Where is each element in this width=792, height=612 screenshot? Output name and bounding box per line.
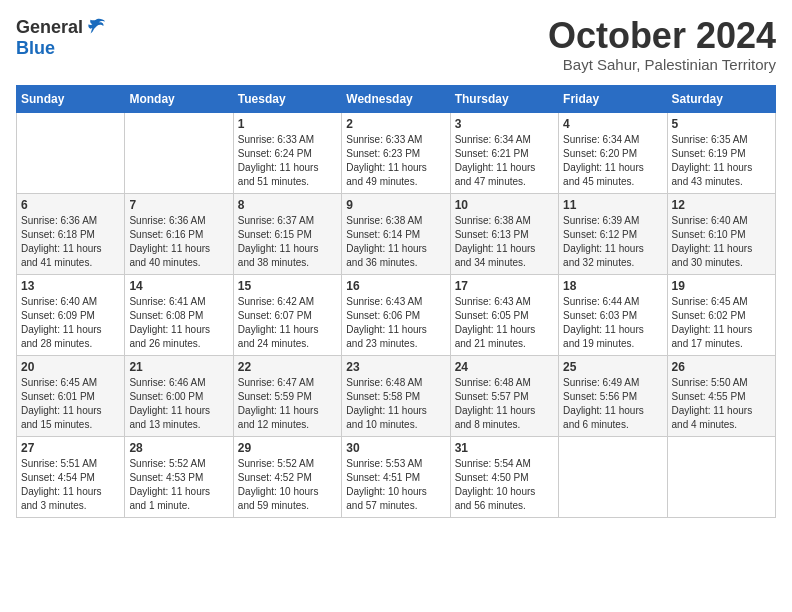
calendar-week-row: 20Sunrise: 6:45 AM Sunset: 6:01 PM Dayli… — [17, 355, 776, 436]
day-number: 18 — [563, 279, 662, 293]
calendar-week-row: 6Sunrise: 6:36 AM Sunset: 6:18 PM Daylig… — [17, 193, 776, 274]
calendar-cell: 6Sunrise: 6:36 AM Sunset: 6:18 PM Daylig… — [17, 193, 125, 274]
calendar-cell: 20Sunrise: 6:45 AM Sunset: 6:01 PM Dayli… — [17, 355, 125, 436]
calendar-cell: 26Sunrise: 5:50 AM Sunset: 4:55 PM Dayli… — [667, 355, 775, 436]
day-info: Sunrise: 5:50 AM Sunset: 4:55 PM Dayligh… — [672, 376, 771, 432]
day-info: Sunrise: 5:54 AM Sunset: 4:50 PM Dayligh… — [455, 457, 554, 513]
weekday-header-friday: Friday — [559, 85, 667, 112]
day-number: 29 — [238, 441, 337, 455]
month-title: October 2024 — [548, 16, 776, 56]
day-info: Sunrise: 6:38 AM Sunset: 6:14 PM Dayligh… — [346, 214, 445, 270]
calendar-cell — [667, 436, 775, 517]
day-number: 11 — [563, 198, 662, 212]
day-number: 22 — [238, 360, 337, 374]
calendar-cell: 4Sunrise: 6:34 AM Sunset: 6:20 PM Daylig… — [559, 112, 667, 193]
calendar-cell: 16Sunrise: 6:43 AM Sunset: 6:06 PM Dayli… — [342, 274, 450, 355]
day-info: Sunrise: 6:48 AM Sunset: 5:57 PM Dayligh… — [455, 376, 554, 432]
day-info: Sunrise: 6:42 AM Sunset: 6:07 PM Dayligh… — [238, 295, 337, 351]
location-subtitle: Bayt Sahur, Palestinian Territory — [548, 56, 776, 73]
calendar-cell: 27Sunrise: 5:51 AM Sunset: 4:54 PM Dayli… — [17, 436, 125, 517]
weekday-header-thursday: Thursday — [450, 85, 558, 112]
calendar-cell: 13Sunrise: 6:40 AM Sunset: 6:09 PM Dayli… — [17, 274, 125, 355]
day-info: Sunrise: 6:34 AM Sunset: 6:21 PM Dayligh… — [455, 133, 554, 189]
calendar-cell: 8Sunrise: 6:37 AM Sunset: 6:15 PM Daylig… — [233, 193, 341, 274]
day-info: Sunrise: 6:47 AM Sunset: 5:59 PM Dayligh… — [238, 376, 337, 432]
logo-blue-text: Blue — [16, 38, 55, 59]
calendar-week-row: 27Sunrise: 5:51 AM Sunset: 4:54 PM Dayli… — [17, 436, 776, 517]
calendar-cell: 30Sunrise: 5:53 AM Sunset: 4:51 PM Dayli… — [342, 436, 450, 517]
calendar-cell — [125, 112, 233, 193]
day-info: Sunrise: 6:36 AM Sunset: 6:16 PM Dayligh… — [129, 214, 228, 270]
day-number: 16 — [346, 279, 445, 293]
day-info: Sunrise: 6:33 AM Sunset: 6:23 PM Dayligh… — [346, 133, 445, 189]
title-section: October 2024 Bayt Sahur, Palestinian Ter… — [548, 16, 776, 73]
day-info: Sunrise: 6:43 AM Sunset: 6:05 PM Dayligh… — [455, 295, 554, 351]
day-info: Sunrise: 6:39 AM Sunset: 6:12 PM Dayligh… — [563, 214, 662, 270]
day-info: Sunrise: 5:52 AM Sunset: 4:52 PM Dayligh… — [238, 457, 337, 513]
calendar-cell: 7Sunrise: 6:36 AM Sunset: 6:16 PM Daylig… — [125, 193, 233, 274]
day-number: 14 — [129, 279, 228, 293]
calendar-cell — [17, 112, 125, 193]
day-info: Sunrise: 5:52 AM Sunset: 4:53 PM Dayligh… — [129, 457, 228, 513]
day-info: Sunrise: 6:49 AM Sunset: 5:56 PM Dayligh… — [563, 376, 662, 432]
day-info: Sunrise: 6:45 AM Sunset: 6:01 PM Dayligh… — [21, 376, 120, 432]
page-header: General Blue October 2024 Bayt Sahur, Pa… — [16, 16, 776, 73]
calendar-header-row: SundayMondayTuesdayWednesdayThursdayFrid… — [17, 85, 776, 112]
day-info: Sunrise: 6:34 AM Sunset: 6:20 PM Dayligh… — [563, 133, 662, 189]
day-info: Sunrise: 6:48 AM Sunset: 5:58 PM Dayligh… — [346, 376, 445, 432]
calendar-cell: 5Sunrise: 6:35 AM Sunset: 6:19 PM Daylig… — [667, 112, 775, 193]
day-number: 20 — [21, 360, 120, 374]
day-number: 23 — [346, 360, 445, 374]
day-number: 9 — [346, 198, 445, 212]
calendar-cell: 11Sunrise: 6:39 AM Sunset: 6:12 PM Dayli… — [559, 193, 667, 274]
calendar-cell: 29Sunrise: 5:52 AM Sunset: 4:52 PM Dayli… — [233, 436, 341, 517]
day-info: Sunrise: 6:36 AM Sunset: 6:18 PM Dayligh… — [21, 214, 120, 270]
day-number: 5 — [672, 117, 771, 131]
day-number: 26 — [672, 360, 771, 374]
calendar-cell: 14Sunrise: 6:41 AM Sunset: 6:08 PM Dayli… — [125, 274, 233, 355]
logo: General Blue — [16, 16, 107, 59]
day-number: 21 — [129, 360, 228, 374]
day-number: 4 — [563, 117, 662, 131]
logo-bird-icon — [85, 16, 107, 38]
weekday-header-sunday: Sunday — [17, 85, 125, 112]
calendar-table: SundayMondayTuesdayWednesdayThursdayFrid… — [16, 85, 776, 518]
calendar-cell: 25Sunrise: 6:49 AM Sunset: 5:56 PM Dayli… — [559, 355, 667, 436]
calendar-cell: 28Sunrise: 5:52 AM Sunset: 4:53 PM Dayli… — [125, 436, 233, 517]
weekday-header-monday: Monday — [125, 85, 233, 112]
day-info: Sunrise: 5:51 AM Sunset: 4:54 PM Dayligh… — [21, 457, 120, 513]
day-info: Sunrise: 6:43 AM Sunset: 6:06 PM Dayligh… — [346, 295, 445, 351]
calendar-cell: 21Sunrise: 6:46 AM Sunset: 6:00 PM Dayli… — [125, 355, 233, 436]
day-number: 6 — [21, 198, 120, 212]
day-number: 12 — [672, 198, 771, 212]
day-number: 15 — [238, 279, 337, 293]
day-info: Sunrise: 6:37 AM Sunset: 6:15 PM Dayligh… — [238, 214, 337, 270]
day-info: Sunrise: 6:33 AM Sunset: 6:24 PM Dayligh… — [238, 133, 337, 189]
day-info: Sunrise: 6:40 AM Sunset: 6:10 PM Dayligh… — [672, 214, 771, 270]
calendar-cell: 19Sunrise: 6:45 AM Sunset: 6:02 PM Dayli… — [667, 274, 775, 355]
calendar-cell: 2Sunrise: 6:33 AM Sunset: 6:23 PM Daylig… — [342, 112, 450, 193]
calendar-cell: 23Sunrise: 6:48 AM Sunset: 5:58 PM Dayli… — [342, 355, 450, 436]
day-number: 3 — [455, 117, 554, 131]
calendar-week-row: 1Sunrise: 6:33 AM Sunset: 6:24 PM Daylig… — [17, 112, 776, 193]
day-number: 2 — [346, 117, 445, 131]
day-info: Sunrise: 6:44 AM Sunset: 6:03 PM Dayligh… — [563, 295, 662, 351]
calendar-cell: 22Sunrise: 6:47 AM Sunset: 5:59 PM Dayli… — [233, 355, 341, 436]
weekday-header-tuesday: Tuesday — [233, 85, 341, 112]
day-number: 8 — [238, 198, 337, 212]
day-info: Sunrise: 6:45 AM Sunset: 6:02 PM Dayligh… — [672, 295, 771, 351]
day-info: Sunrise: 6:46 AM Sunset: 6:00 PM Dayligh… — [129, 376, 228, 432]
day-info: Sunrise: 6:35 AM Sunset: 6:19 PM Dayligh… — [672, 133, 771, 189]
calendar-cell: 15Sunrise: 6:42 AM Sunset: 6:07 PM Dayli… — [233, 274, 341, 355]
day-number: 24 — [455, 360, 554, 374]
calendar-cell: 1Sunrise: 6:33 AM Sunset: 6:24 PM Daylig… — [233, 112, 341, 193]
calendar-cell: 24Sunrise: 6:48 AM Sunset: 5:57 PM Dayli… — [450, 355, 558, 436]
calendar-cell: 3Sunrise: 6:34 AM Sunset: 6:21 PM Daylig… — [450, 112, 558, 193]
day-number: 31 — [455, 441, 554, 455]
day-number: 13 — [21, 279, 120, 293]
calendar-cell: 18Sunrise: 6:44 AM Sunset: 6:03 PM Dayli… — [559, 274, 667, 355]
day-number: 19 — [672, 279, 771, 293]
calendar-cell: 12Sunrise: 6:40 AM Sunset: 6:10 PM Dayli… — [667, 193, 775, 274]
day-number: 25 — [563, 360, 662, 374]
day-info: Sunrise: 6:38 AM Sunset: 6:13 PM Dayligh… — [455, 214, 554, 270]
